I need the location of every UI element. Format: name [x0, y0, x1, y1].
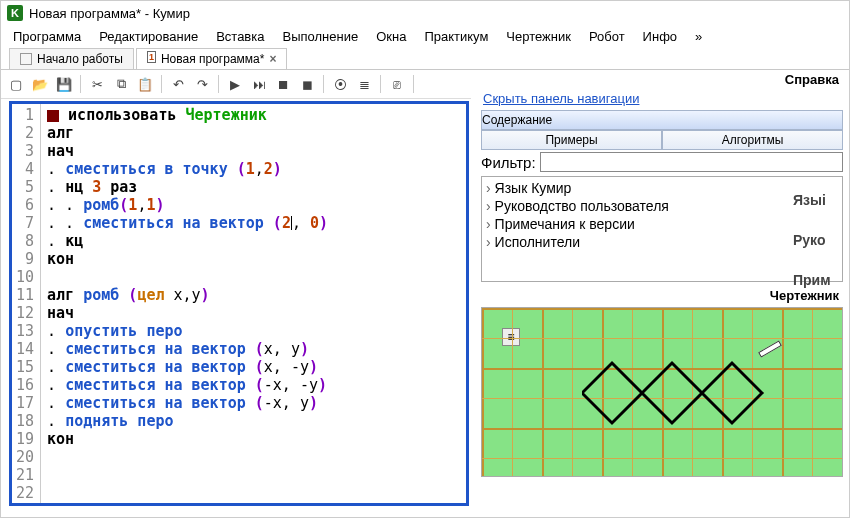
run-icon: ▶	[230, 77, 240, 92]
code-area[interactable]: использовать Чертежникалгнач. сместиться…	[41, 104, 466, 503]
menu-выполнение[interactable]: Выполнение	[282, 29, 358, 44]
menu-практикум[interactable]: Практикум	[424, 29, 488, 44]
window-title: Новая программа* - Кумир	[29, 6, 190, 21]
line-number-gutter: 12345678910111213141516171819202122	[12, 104, 41, 503]
menu-»[interactable]: »	[695, 29, 702, 44]
help-panel-title: Справка	[475, 70, 849, 87]
editor-toolbar: ▢📂💾✂⧉📋↶↷▶⏭⏹◼⦿≣⎚	[1, 70, 471, 99]
help-tab-examples[interactable]: Примеры	[481, 130, 662, 150]
save-file-icon: 💾	[56, 77, 72, 92]
toggle-gutter-icon: ⎚	[393, 77, 401, 92]
help-tab-contents[interactable]: Содержание	[481, 110, 843, 130]
filter-label: Фильтр:	[481, 154, 536, 171]
tree-item[interactable]: Руководство пользователя	[486, 197, 838, 215]
variables-icon: ≣	[359, 77, 370, 92]
filter-input[interactable]	[540, 152, 843, 172]
paste-button[interactable]: 📋	[134, 73, 156, 95]
new-file-icon: ▢	[10, 77, 22, 92]
toggle-gutter-button[interactable]: ⎚	[386, 73, 408, 95]
document-icon	[20, 53, 32, 65]
help-preview-pane: ЯзыіРукоПрим	[789, 180, 849, 300]
stop-button[interactable]: ⏹	[272, 73, 294, 95]
save-file-button[interactable]: 💾	[53, 73, 75, 95]
cut-icon: ✂	[92, 77, 103, 92]
new-file-button[interactable]: ▢	[5, 73, 27, 95]
menu-чертежник[interactable]: Чертежник	[506, 29, 571, 44]
undo-icon: ↶	[173, 77, 184, 92]
tree-item[interactable]: Язык Кумир	[486, 179, 838, 197]
step-icon: ⏭	[253, 77, 266, 92]
menu-робот[interactable]: Робот	[589, 29, 625, 44]
menu-редактирование[interactable]: Редактирование	[99, 29, 198, 44]
open-file-button[interactable]: 📂	[29, 73, 51, 95]
tab-Начало работы[interactable]: Начало работы	[9, 48, 134, 69]
variables-button[interactable]: ≣	[353, 73, 375, 95]
hide-nav-link[interactable]: Скрыть панель навигации	[475, 87, 647, 110]
breakpoints-icon: ⦿	[334, 77, 347, 92]
app-icon: K	[7, 5, 23, 21]
menu-программа[interactable]: Программа	[13, 29, 81, 44]
stop-marker-icon	[47, 110, 59, 122]
redo-button[interactable]: ↷	[191, 73, 213, 95]
run-button[interactable]: ▶	[224, 73, 246, 95]
breakpoints-button[interactable]: ⦿	[329, 73, 351, 95]
help-tab-algorithms[interactable]: Алгоритмы	[662, 130, 843, 150]
code-editor[interactable]: 12345678910111213141516171819202122 испо…	[9, 101, 469, 506]
close-icon[interactable]: ×	[269, 52, 276, 66]
tab-label: Начало работы	[37, 52, 123, 66]
drawing-canvas[interactable]: ≡	[481, 307, 843, 477]
canvas-menu-icon[interactable]: ≡	[502, 328, 520, 346]
menu-вставка[interactable]: Вставка	[216, 29, 264, 44]
step-button[interactable]: ⏭	[248, 73, 270, 95]
stop-all-icon: ◼	[302, 77, 313, 92]
romb-drawing	[582, 343, 822, 443]
window-titlebar: K Новая программа* - Кумир	[1, 1, 849, 25]
menubar: ПрограммаРедактированиеВставкаВыполнение…	[1, 25, 849, 48]
copy-icon: ⧉	[117, 76, 126, 92]
tab-label: Новая программа*	[161, 52, 265, 66]
tab-Новая программа*[interactable]: 1Новая программа*×	[136, 48, 288, 69]
copy-button[interactable]: ⧉	[110, 73, 132, 95]
menu-инфо[interactable]: Инфо	[643, 29, 677, 44]
redo-icon: ↷	[197, 77, 208, 92]
document-tabs: Начало работы1Новая программа*×	[1, 48, 849, 70]
cut-button[interactable]: ✂	[86, 73, 108, 95]
text-caret	[291, 216, 292, 230]
stop-icon: ⏹	[277, 77, 290, 92]
menu-окна[interactable]: Окна	[376, 29, 406, 44]
undo-button[interactable]: ↶	[167, 73, 189, 95]
tree-item[interactable]: Примечания к версии	[486, 215, 838, 233]
paste-icon: 📋	[137, 77, 153, 92]
tree-item[interactable]: Исполнители	[486, 233, 838, 251]
open-file-icon: 📂	[32, 77, 48, 92]
stop-all-button[interactable]: ◼	[296, 73, 318, 95]
